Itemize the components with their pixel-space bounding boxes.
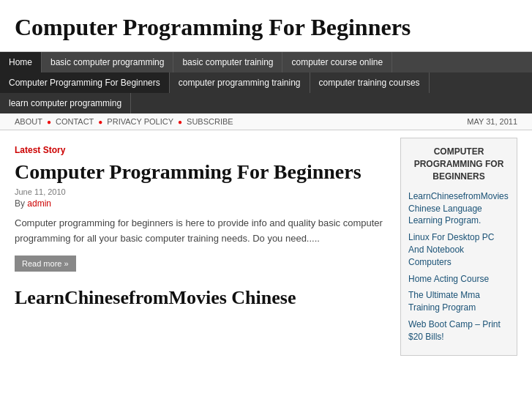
main-content: Latest Story Computer Programming For Be… <box>15 138 386 355</box>
article1-excerpt: Computer programming for beginners is he… <box>15 216 386 247</box>
sidebar-link-2[interactable]: Home Acting Course <box>408 273 509 286</box>
article1-title: Computer Programming For Beginners <box>15 160 386 184</box>
nav-row3: learn computer programming <box>0 93 532 113</box>
nav-row2-item-0[interactable]: Computer Programming For Beginners <box>0 72 170 93</box>
article1-date: June 11, 2010 <box>15 187 386 196</box>
sub-nav-dot-3: ● <box>178 118 182 126</box>
article1-by: By admin <box>15 198 386 209</box>
sub-nav-item-2[interactable]: PRIVACY POLICY <box>107 117 173 126</box>
nav-row2: Computer Programming For Beginnerscomput… <box>0 72 532 93</box>
sub-nav-item-0[interactable]: ABOUT <box>15 117 42 126</box>
sub-nav: ABOUT●CONTACT●PRIVACY POLICY●SUBSCRIBE M… <box>0 113 532 130</box>
nav-row3-item-0[interactable]: learn computer programming <box>0 93 131 113</box>
sidebar-heading: COMPUTER PROGRAMMING FOR BEGINNERS <box>408 146 509 182</box>
nav-row2-item-2[interactable]: computer training courses <box>310 72 430 93</box>
site-header: Computer Programming For Beginners <box>0 0 532 52</box>
read-more-button[interactable]: Read more » <box>15 256 76 272</box>
article2-title: LearnChinesefromMovies Chinese <box>15 286 386 309</box>
sub-nav-item-3[interactable]: SUBSCRIBE <box>187 117 233 126</box>
sidebar-links: LearnChinesefromMovies Chinese Language … <box>408 190 509 343</box>
nav-row1-item-0[interactable]: Home <box>0 52 42 72</box>
sub-nav-date: MAY 31, 2011 <box>467 117 517 126</box>
sub-nav-dot-1: ● <box>47 118 51 126</box>
sidebar: COMPUTER PROGRAMMING FOR BEGINNERS Learn… <box>400 138 517 355</box>
article-2: LearnChinesefromMovies Chinese <box>15 286 386 309</box>
section-label: Latest Story <box>15 145 386 155</box>
sub-nav-dot-2: ● <box>98 118 102 126</box>
sidebar-link-1[interactable]: Linux For Desktop PC And Notebook Comput… <box>408 231 509 268</box>
nav-bar: Homebasic computer programmingbasic comp… <box>0 52 532 113</box>
sub-nav-left: ABOUT●CONTACT●PRIVACY POLICY●SUBSCRIBE <box>15 117 233 126</box>
sidebar-box: COMPUTER PROGRAMMING FOR BEGINNERS Learn… <box>400 138 517 355</box>
sidebar-link-4[interactable]: Web Boot Camp – Print $20 Bills! <box>408 318 509 343</box>
nav-row1-item-3[interactable]: computer course online <box>282 52 392 72</box>
nav-row1: Homebasic computer programmingbasic comp… <box>0 52 532 72</box>
sub-nav-item-1[interactable]: CONTACT <box>56 117 94 126</box>
sidebar-link-3[interactable]: The Ultimate Mma Training Program <box>408 289 509 314</box>
article-1: Computer Programming For Beginners June … <box>15 160 386 286</box>
nav-row2-item-1[interactable]: computer programming training <box>170 72 310 93</box>
author-link[interactable]: admin <box>27 198 51 209</box>
site-title: Computer Programming For Beginners <box>15 13 517 41</box>
nav-row1-item-1[interactable]: basic computer programming <box>42 52 173 72</box>
by-label: By <box>15 198 25 209</box>
nav-row1-item-2[interactable]: basic computer training <box>173 52 282 72</box>
sidebar-link-0[interactable]: LearnChinesefromMovies Chinese Language … <box>408 190 509 227</box>
content-area: Latest Story Computer Programming For Be… <box>0 130 532 355</box>
